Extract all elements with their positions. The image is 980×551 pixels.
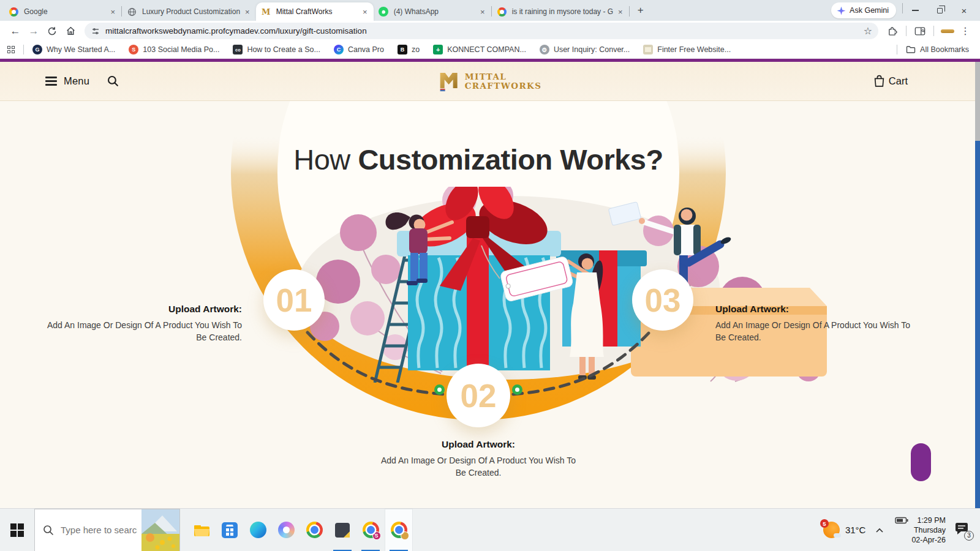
bookmark-favicon	[233, 45, 243, 54]
tab-title: (4) WhatsApp	[394, 7, 475, 16]
green-marker-icon	[512, 384, 522, 395]
notification-center-button[interactable]: 3	[954, 522, 973, 539]
forward-button[interactable]: →	[24, 23, 43, 40]
screen: Google × Luxury Product Customization × …	[0, 0, 980, 551]
step-text-02: Upload Artwork: Add An Image Or Design O…	[377, 439, 579, 479]
url-text[interactable]: mittalcraftworkswebdynamic.profcymadev.c…	[105, 26, 859, 36]
weather-badge: 5	[820, 519, 829, 528]
bookmark-item[interactable]: How to Create a So...	[233, 45, 320, 54]
time-text: 1:29 PM	[917, 515, 946, 525]
chevron-up-icon	[875, 527, 884, 533]
weather-widget[interactable]: 5 31°C	[823, 522, 866, 538]
search-highlight-image[interactable]	[141, 509, 179, 551]
chat-widget-button[interactable]	[911, 443, 931, 481]
search-input[interactable]	[61, 525, 137, 535]
taskbar-chrome-profile-s[interactable]: S	[356, 509, 385, 551]
day-text: Thursday	[895, 525, 946, 535]
reload-button[interactable]	[43, 23, 61, 40]
browser-tab-strip: Google × Luxury Product Customization × …	[0, 0, 980, 21]
tab-close-icon[interactable]: ×	[479, 7, 486, 17]
tab-title: is it raining in mysore today - G	[512, 7, 613, 16]
window-restore-button[interactable]	[927, 1, 952, 20]
hamburger-icon	[45, 77, 57, 86]
browser-toolbar: ← → mittalcraftworkswebdynamic.profcymad…	[0, 21, 980, 41]
bow	[406, 187, 554, 291]
chrome-icon	[391, 522, 407, 538]
tab-close-icon[interactable]: ×	[617, 7, 624, 17]
bookmark-item[interactable]: Why We Started A...	[32, 45, 115, 54]
window-minimize-button[interactable]	[903, 1, 927, 20]
side-panel-search-icon[interactable]	[911, 23, 929, 40]
bookmark-item[interactable]: 103 Social Media Po...	[129, 45, 219, 54]
all-bookmarks-button[interactable]: All Bookmarks	[906, 45, 969, 54]
taskbar-search-box[interactable]	[34, 509, 180, 551]
cart-bag-icon	[873, 75, 885, 88]
bookmark-item[interactable]: zo	[398, 45, 420, 54]
notification-count-badge: 3	[964, 531, 974, 541]
tab-mittal-craftworks[interactable]: M Mittal CraftWorks ×	[256, 2, 374, 21]
bookmark-item[interactable]: Canva Pro	[334, 45, 384, 54]
gift-tag	[481, 246, 574, 302]
cart-button[interactable]: Cart	[873, 75, 908, 88]
bookmark-favicon	[540, 45, 549, 54]
system-tray: 5 31°C 1:29 PM Thursday 02-Apr-26 3	[823, 515, 980, 545]
profile-avatar[interactable]	[938, 23, 957, 40]
taskbar-file-explorer[interactable]	[187, 509, 216, 551]
tray-expand-button[interactable]	[875, 525, 884, 536]
site-search-button[interactable]	[107, 75, 119, 88]
taskbar-clock[interactable]: 1:29 PM Thursday 02-Apr-26	[895, 515, 946, 545]
search-icon	[43, 525, 54, 536]
ask-gemini-button[interactable]: Ask Gemini	[831, 2, 896, 18]
woman-on-ladder	[386, 212, 452, 285]
profile-badge	[401, 531, 409, 540]
start-button[interactable]	[0, 509, 34, 551]
address-bar[interactable]: mittalcraftworkswebdynamic.profcymadev.c…	[85, 23, 878, 39]
tab-title: Google	[24, 7, 105, 16]
gemini-sparkle-icon	[837, 6, 846, 15]
date-text: 02-Apr-26	[895, 535, 946, 545]
taskbar-chrome-active[interactable]	[385, 509, 413, 551]
taskbar-notes-app[interactable]	[328, 509, 356, 551]
tab-luxury-product[interactable]: Luxury Product Customization ×	[122, 2, 256, 21]
tab-whatsapp[interactable]: (4) WhatsApp ×	[374, 2, 491, 21]
site-logo[interactable]: MITTAL CRAFTWORKS	[439, 70, 542, 92]
browser-menu-icon[interactable]: ⋮	[957, 25, 974, 37]
taskbar-copilot[interactable]	[272, 509, 300, 551]
window-close-button[interactable]: ×	[952, 1, 976, 20]
back-button[interactable]: ←	[6, 23, 24, 40]
globe-icon	[127, 7, 137, 17]
bookmark-favicon	[129, 45, 138, 54]
bookmark-item[interactable]: Finter Free Website...	[643, 45, 731, 54]
page-title: How Customization Works?	[172, 143, 785, 176]
separator	[897, 45, 897, 54]
windows-logo-icon	[10, 523, 24, 537]
microsoft-store-icon	[222, 522, 238, 538]
bookmark-item[interactable]: User Inquiry: Conver...	[540, 45, 630, 54]
menu-button[interactable]: Menu	[45, 75, 89, 87]
site-header: Menu MITTAL CRAFTWORKS Cart	[0, 62, 980, 101]
apps-grid-icon[interactable]	[7, 46, 15, 53]
bookmark-item[interactable]: KONNECT COMPAN...	[433, 45, 526, 54]
taskbar-edge[interactable]	[244, 509, 272, 551]
home-button[interactable]	[61, 23, 80, 40]
step-text-03: Upload Artwork: Add An Image Or Design O…	[715, 304, 921, 344]
scrollbar-thumb[interactable]	[975, 141, 980, 508]
bookmark-star-icon[interactable]: ☆	[864, 25, 872, 37]
page-scrollbar[interactable]	[975, 62, 980, 508]
tab-close-icon[interactable]: ×	[109, 7, 116, 17]
new-tab-button[interactable]: +	[632, 2, 649, 19]
tab-google[interactable]: Google ×	[4, 2, 121, 21]
site-info-icon[interactable]	[91, 26, 100, 36]
mittal-favicon: M	[261, 7, 271, 17]
taskbar-chrome[interactable]	[300, 509, 328, 551]
taskbar-microsoft-store[interactable]	[216, 509, 244, 551]
copilot-icon	[278, 522, 295, 538]
tab-close-icon[interactable]: ×	[361, 7, 369, 17]
weather-icon: 5	[823, 522, 840, 538]
tab-mysore-weather[interactable]: is it raining in mysore today - G ×	[492, 2, 629, 21]
temperature-text: 31°C	[845, 525, 866, 535]
tab-close-icon[interactable]: ×	[244, 7, 251, 17]
bookmark-favicon	[433, 45, 443, 54]
extensions-icon[interactable]	[883, 23, 902, 40]
balloons	[310, 187, 821, 381]
